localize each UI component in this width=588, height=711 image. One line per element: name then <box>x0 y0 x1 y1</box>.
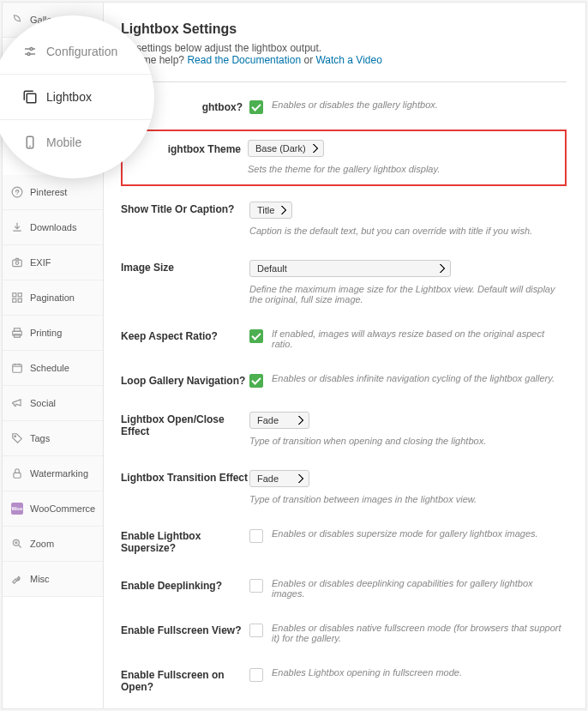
field-desc: If enabled, images will always resize ba… <box>272 328 567 349</box>
svg-rect-12 <box>14 473 21 478</box>
field-transition-effect: Lightbox Transition Effect Fade Type of … <box>121 458 567 516</box>
sidebar-item-label: Downloads <box>30 222 76 232</box>
checkbox-aspect-ratio[interactable] <box>249 329 263 343</box>
field-label: Lightbox Open/Close Effect <box>121 412 249 446</box>
sidebar-item-label: Social <box>30 398 56 408</box>
svg-point-2 <box>15 262 19 265</box>
checkbox-deeplinking[interactable] <box>249 579 263 593</box>
sidebar-item-label: Misc <box>30 574 50 584</box>
frames-icon <box>22 89 38 105</box>
field-label: Enable Fullscreen View? <box>121 623 249 643</box>
checkbox-enable-lightbox[interactable] <box>249 100 263 114</box>
leaf-icon <box>11 14 23 26</box>
field-fullscreen-open: Enable Fullscreen on Open? Enables Light… <box>121 655 567 705</box>
field-fullscreen-view: Enable Fullscreen View? Enables or disab… <box>121 611 567 655</box>
checkbox-loop-nav[interactable] <box>249 374 263 388</box>
field-desc: Enables Lightbox opening in fullscreen m… <box>272 667 462 678</box>
field-deeplinking: Enable Deeplinking? Enables or disables … <box>121 566 567 611</box>
svg-rect-4 <box>18 293 21 297</box>
sidebar-item-label: Watermarking <box>30 468 88 479</box>
woo-icon: Woo <box>11 503 23 515</box>
field-desc: Type of transition when opening and clos… <box>249 436 567 446</box>
sidebar-item-exif[interactable]: EXIF <box>3 245 103 280</box>
field-desc: Type of transition between images in the… <box>249 494 567 504</box>
zoom-icon <box>11 538 23 550</box>
checkbox-supersize[interactable] <box>249 529 263 543</box>
sidebar-item-social[interactable]: Social <box>3 386 103 421</box>
sidebar-item-woocommerce[interactable]: Woo WooCommerce <box>3 491 103 527</box>
sidebar-item-zoom[interactable]: Zoom <box>3 527 103 562</box>
field-aspect-ratio: Keep Aspect Ratio? If enabled, images wi… <box>121 316 567 361</box>
svg-rect-6 <box>18 298 21 302</box>
field-supersize: Enable Lightbox Supersize? Enables or di… <box>121 516 567 566</box>
sidebar-item-misc[interactable]: Misc <box>3 562 103 597</box>
svg-point-0 <box>12 187 22 197</box>
lock-icon <box>11 467 23 479</box>
svg-rect-5 <box>13 298 16 302</box>
select-image-size[interactable]: Default <box>249 260 451 277</box>
field-desc: Enables or disables the gallery lightbox… <box>272 99 438 110</box>
field-label: Enable Fullscreen on Open? <box>121 667 249 693</box>
sidebar-item-downloads[interactable]: Downloads <box>3 210 103 245</box>
select-transition-effect[interactable]: Fade <box>249 470 309 487</box>
highlighted-field: ightbox Theme Base (Dark) Sets the theme… <box>121 130 567 186</box>
field-desc: Caption is the default text, but you can… <box>249 226 567 236</box>
sidebar-item-label: Tags <box>30 433 50 443</box>
sidebar-item-tags[interactable]: Tags <box>3 421 103 456</box>
field-label: Lightbox Transition Effect <box>121 470 249 504</box>
page-subtitle: settings below adjust the lightbox outpu… <box>121 42 567 66</box>
field-desc: Enables or disables deeplinking capabili… <box>272 578 567 599</box>
download-icon <box>11 221 23 233</box>
camera-icon <box>11 256 23 268</box>
sidebar-item-pagination[interactable]: Pagination <box>3 280 103 316</box>
sliders-icon <box>22 44 38 59</box>
svg-rect-16 <box>27 93 36 103</box>
field-open-close-effect: Lightbox Open/Close Effect Fade Type of … <box>121 400 567 458</box>
sidebar-item-watermarking[interactable]: Watermarking <box>3 456 103 491</box>
tag-icon <box>11 432 23 444</box>
grid-icon <box>11 292 23 304</box>
field-label: Loop Gallery Navigation? <box>121 373 249 388</box>
checkbox-fullscreen-view[interactable] <box>249 624 263 637</box>
select-lightbox-theme[interactable]: Base (Dark) <box>248 140 324 157</box>
mobile-icon <box>22 135 38 150</box>
field-label: Enable Deeplinking? <box>121 578 249 599</box>
svg-rect-10 <box>13 365 22 372</box>
field-image-size: Image Size Default Define the maximum im… <box>121 248 567 316</box>
select-open-close-effect[interactable]: Fade <box>249 412 309 429</box>
field-label: Show Title Or Caption? <box>121 202 249 236</box>
sidebar-item-printing[interactable]: Printing <box>3 316 103 351</box>
select-title-caption[interactable]: Title <box>249 202 292 219</box>
bubble-item-label: Configuration <box>46 45 117 58</box>
bubble-item-lightbox[interactable]: Lightbox <box>0 75 154 120</box>
video-link[interactable]: Watch a Video <box>315 54 381 66</box>
sidebar-item-label: Zoom <box>30 539 54 549</box>
page-title: Lightbox Settings <box>121 21 567 37</box>
megaphone-icon <box>11 397 23 409</box>
field-label: Enable Lightbox Supersize? <box>121 528 249 554</box>
field-enable-lightbox: ghtbox? Enables or disables the gallery … <box>121 99 567 126</box>
sidebar-item-label: Pagination <box>30 292 75 303</box>
bubble-item-label: Lightbox <box>46 90 92 104</box>
sidebar-item-schedule[interactable]: Schedule <box>3 351 103 386</box>
wrench-icon <box>11 573 23 585</box>
doc-link[interactable]: Read the Documentation <box>187 54 301 66</box>
divider <box>121 81 567 82</box>
field-label: ightbox Theme <box>133 140 248 174</box>
svg-point-14 <box>30 48 33 51</box>
field-label: Image Size <box>121 260 249 304</box>
field-desc: Enables or disables supersize mode for g… <box>272 528 538 539</box>
svg-point-11 <box>15 436 16 437</box>
sidebar-item-pinterest[interactable]: Pinterest <box>3 175 103 210</box>
checkbox-fullscreen-open[interactable] <box>249 668 263 682</box>
field-title-caption: Show Title Or Caption? Title Caption is … <box>121 190 567 248</box>
main-content: Lightbox Settings settings below adjust … <box>104 3 585 708</box>
sidebar-item-label: Pinterest <box>30 187 67 197</box>
pinterest-icon <box>11 186 23 198</box>
sidebar-item-label: EXIF <box>30 257 51 268</box>
field-desc: Enables or disables native fullscreen mo… <box>272 623 567 643</box>
printer-icon <box>11 327 23 339</box>
calendar-icon <box>11 362 23 374</box>
field-desc: Define the maximum image size for the Li… <box>249 284 567 304</box>
field-image-counter: Enable Image Counter? Adds 'Image X of X… <box>121 705 567 708</box>
